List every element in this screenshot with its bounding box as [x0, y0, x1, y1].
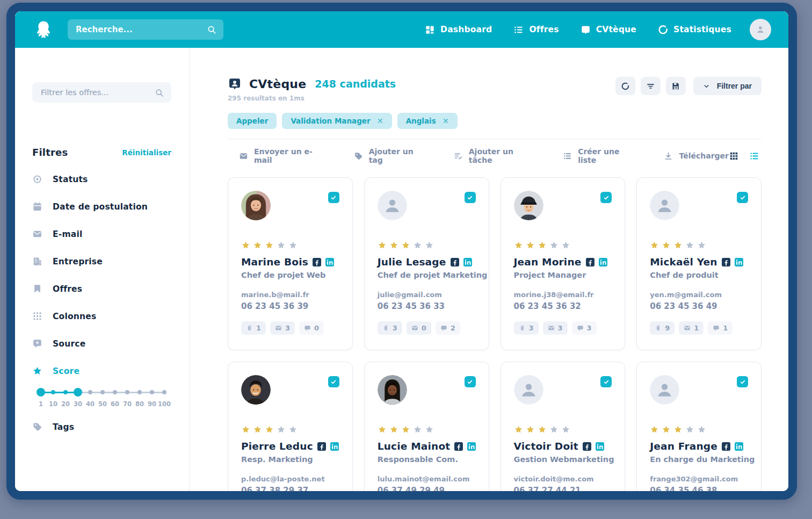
nav-item-statistiques[interactable]: Statistiques	[658, 25, 731, 35]
sidebar-item-statuts[interactable]: Statuts	[32, 165, 171, 193]
select-checkbox[interactable]	[737, 192, 748, 203]
facebook-icon[interactable]	[451, 258, 459, 266]
select-checkbox[interactable]	[600, 376, 612, 387]
facebook-icon[interactable]	[454, 442, 463, 451]
score-tick-60[interactable]: 60	[111, 388, 119, 408]
close-icon[interactable]	[443, 118, 449, 124]
filter-button[interactable]	[641, 77, 661, 95]
sidebar-item-colonnes[interactable]: Colonnes	[32, 302, 171, 330]
select-checkbox[interactable]	[465, 376, 476, 387]
select-checkbox[interactable]	[328, 376, 339, 387]
candidate-card[interactable]: Mickaël YenChef de produityen.m@gmail.co…	[636, 177, 762, 350]
card-badges: 333	[514, 321, 612, 335]
filter-chip[interactable]: Validation Manager	[282, 113, 392, 129]
candidate-card[interactable]: Marine BoisChef de projet Webmarine.b@ma…	[228, 177, 353, 350]
nav-item-offres[interactable]: Offres	[513, 25, 559, 35]
filter-chip[interactable]: Appeler	[228, 113, 277, 129]
filter-by-button[interactable]: Filtrer par	[693, 77, 762, 95]
facebook-icon[interactable]	[722, 442, 730, 451]
nav-item-cvtheque[interactable]: CVtèque	[581, 25, 636, 35]
view-toggle-grid[interactable]	[729, 151, 739, 161]
linkedin-icon[interactable]	[325, 258, 334, 266]
action-create-list[interactable]: Créer une liste	[563, 147, 638, 164]
slider-handle[interactable]	[37, 388, 45, 397]
slider-handle[interactable]	[137, 390, 142, 395]
facebook-icon[interactable]	[317, 442, 326, 451]
score-tick-label: 50	[98, 400, 107, 408]
score-tick-label: 80	[135, 400, 144, 408]
linkedin-icon[interactable]	[735, 442, 743, 451]
action-download[interactable]: Télécharger	[664, 147, 729, 164]
candidate-card[interactable]: Jean FrangeEn charge du Marketingfrange3…	[636, 362, 762, 491]
slider-handle[interactable]	[88, 390, 93, 395]
select-checkbox[interactable]	[737, 376, 748, 387]
sidebar-item-score[interactable]: Score	[32, 357, 171, 385]
score-tick-100[interactable]: 100	[160, 388, 169, 408]
sidebar-item-offres[interactable]: Offres	[32, 275, 171, 302]
score-tick-40[interactable]: 40	[86, 388, 95, 408]
action-add-tag[interactable]: Ajouter un tag	[354, 147, 428, 164]
sidebar-item-source[interactable]: Source	[32, 330, 171, 357]
score-tick-20[interactable]: 20	[61, 388, 70, 408]
nav-item-dashboard[interactable]: Dashboard	[425, 25, 492, 35]
star-icon	[514, 241, 523, 250]
score-range-slider[interactable]: 1102030405060708090100	[37, 388, 169, 408]
slider-handle[interactable]	[63, 390, 68, 395]
linkedin-icon[interactable]	[467, 442, 476, 451]
slider-handle[interactable]	[100, 390, 105, 395]
slider-handle[interactable]	[51, 390, 56, 395]
candidate-card[interactable]: Victoir DoitGestion Webmarketingvictoir.…	[501, 362, 626, 491]
filter-chip[interactable]: Anglais	[397, 113, 458, 129]
slider-handle[interactable]	[74, 388, 82, 397]
candidate-card[interactable]: Lucie MainotResponsable Com.lulu.mainot@…	[364, 362, 489, 491]
slider-handle[interactable]	[150, 390, 155, 395]
action-add-task[interactable]: Ajouter un tâche	[454, 147, 537, 164]
refresh-button[interactable]	[615, 77, 635, 95]
facebook-icon[interactable]	[313, 258, 321, 266]
linkedin-icon[interactable]	[330, 442, 339, 451]
sidebar-item-entreprise[interactable]: Entreprise	[32, 248, 171, 275]
reset-filters-link[interactable]: Réinitialiser	[122, 148, 171, 157]
linkedin-icon[interactable]	[463, 258, 472, 266]
octopus-logo-icon[interactable]	[33, 19, 54, 40]
score-tick-50[interactable]: 50	[98, 388, 107, 408]
slider-handle[interactable]	[113, 390, 118, 395]
candidate-card[interactable]: Jean MorineProject Managermorine.j38@ema…	[501, 177, 626, 350]
linkedin-icon[interactable]	[735, 258, 743, 266]
sidebar-item-tags[interactable]: Tags	[32, 413, 171, 441]
facebook-icon[interactable]	[722, 258, 730, 266]
sidebar-item-e-mail[interactable]: E-mail	[32, 220, 171, 248]
facebook-icon[interactable]	[586, 258, 595, 266]
sidebar-item-date-de-postulation[interactable]: Date de postulation	[32, 193, 171, 220]
score-tick-80[interactable]: 80	[135, 388, 144, 408]
candidate-card[interactable]: Pierre LeducResp. Marketingp.leduc@la-po…	[228, 362, 353, 491]
cvtheque-badge-icon	[228, 77, 242, 91]
score-tick-90[interactable]: 90	[148, 388, 156, 408]
score-tick-label: 40	[86, 400, 95, 408]
save-button[interactable]	[666, 77, 686, 95]
user-avatar[interactable]	[750, 19, 771, 40]
linkedin-icon[interactable]	[596, 442, 604, 451]
score-tick-label: 100	[158, 400, 171, 408]
global-search-input[interactable]	[75, 24, 202, 35]
score-tick-1[interactable]: 1	[37, 388, 45, 408]
view-toggle-list[interactable]	[749, 151, 759, 161]
offers-filter-search[interactable]	[32, 82, 171, 103]
action-send-email[interactable]: Envoyer un e-mail	[239, 147, 328, 164]
select-checkbox[interactable]	[465, 192, 476, 203]
score-tick-10[interactable]: 10	[49, 388, 57, 408]
score-tick-70[interactable]: 70	[123, 388, 132, 408]
global-search[interactable]	[68, 19, 223, 40]
close-icon[interactable]	[377, 118, 383, 124]
linkedin-icon[interactable]	[599, 258, 607, 266]
slider-handle[interactable]	[125, 390, 130, 395]
score-tick-30[interactable]: 30	[74, 388, 82, 408]
star-icon	[389, 425, 398, 434]
facebook-icon[interactable]	[583, 442, 591, 451]
candidate-card[interactable]: Julie LesageChef de projet Marketingjuli…	[364, 177, 489, 350]
candidate-avatar	[378, 375, 407, 405]
offers-filter-input[interactable]	[40, 88, 150, 97]
slider-handle[interactable]	[162, 390, 167, 395]
select-checkbox[interactable]	[328, 192, 339, 203]
select-checkbox[interactable]	[600, 192, 612, 203]
